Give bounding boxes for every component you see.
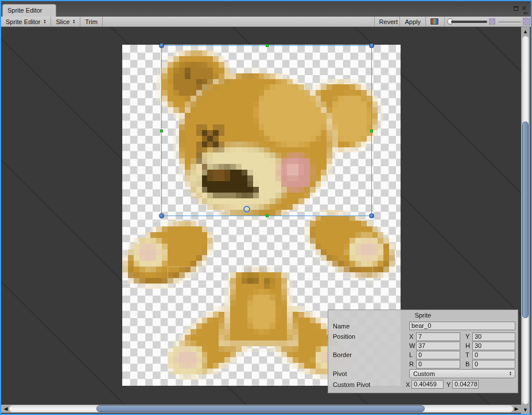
position-y-field[interactable]: 30: [472, 332, 515, 341]
tab-title: Sprite Editor: [7, 7, 42, 14]
y-label: Y: [465, 333, 469, 340]
horizontal-scroll-track[interactable]: [9, 405, 513, 412]
titlebar: Sprite Editor ✕ ▾≡: [1, 1, 531, 17]
zoom-slider-track[interactable]: [451, 21, 487, 23]
rgb-channels-icon: [430, 18, 438, 25]
position-x-field[interactable]: 7: [416, 332, 460, 341]
pane-menu-icon[interactable]: ▾≡: [523, 10, 528, 16]
maximize-icon[interactable]: [514, 6, 518, 11]
sprite-editor-window: Sprite Editor ✕ ▾≡ Sprite Editor ▲▼ Slic…: [0, 0, 532, 415]
tab-sprite-editor[interactable]: Sprite Editor: [2, 4, 56, 17]
sprite-selection-rect[interactable]: [161, 45, 372, 216]
border-l-field[interactable]: 0: [416, 351, 460, 359]
name-field[interactable]: bear_0: [409, 322, 515, 330]
l-label: L: [409, 351, 413, 358]
selection-edge-handle[interactable]: [160, 130, 163, 132]
panel-title: Sprite: [328, 312, 518, 319]
trim-button[interactable]: Trim: [80, 17, 103, 26]
chevron-updown-icon: ▲▼: [72, 19, 75, 24]
vertical-scrollbar[interactable]: ▲ ▼: [521, 27, 530, 414]
h-label: H: [465, 342, 470, 349]
r-label: R: [409, 361, 414, 367]
pivot-dropdown[interactable]: Custom ▲▼: [409, 369, 515, 378]
horizontal-scrollbar[interactable]: ◀ ▶: [1, 405, 521, 413]
pivot-value: Custom: [413, 370, 435, 377]
selection-edge-handle[interactable]: [266, 44, 269, 47]
scroll-up-icon[interactable]: ▲: [521, 28, 530, 36]
trim-label: Trim: [85, 18, 98, 25]
selection-edge-handle[interactable]: [266, 214, 269, 217]
selection-corner-handle[interactable]: [369, 43, 374, 48]
position-h-field[interactable]: 30: [472, 342, 515, 350]
chevron-updown-icon: ▲▼: [509, 371, 512, 375]
border-r-field[interactable]: 0: [416, 360, 460, 369]
selection-corner-handle[interactable]: [369, 213, 374, 218]
custom-pivot-label: Custom Pivot: [333, 381, 370, 388]
apply-button[interactable]: Apply: [399, 17, 425, 26]
custom-pivot-x-label: X: [406, 381, 410, 388]
position-w-field[interactable]: 37: [416, 342, 460, 350]
revert-button[interactable]: Revert: [374, 17, 402, 26]
x-label: X: [409, 333, 413, 340]
chevron-updown-icon: ▲▼: [44, 19, 46, 24]
scroll-down-icon[interactable]: ▼: [521, 406, 530, 414]
mip-texture-small-icon: [489, 18, 495, 25]
selection-corner-handle[interactable]: [159, 213, 164, 218]
vertical-scroll-track[interactable]: [522, 36, 529, 404]
pivot-handle[interactable]: [243, 206, 250, 213]
scroll-left-icon[interactable]: ◀: [2, 405, 10, 413]
zoom-mip-sliders: [444, 17, 531, 26]
border-t-field[interactable]: 0: [472, 351, 515, 359]
vertical-scroll-thumb[interactable]: [522, 122, 529, 318]
w-label: W: [409, 342, 415, 349]
t-label: T: [465, 351, 469, 358]
selection-edge-handle[interactable]: [370, 130, 373, 132]
custom-pivot-y-field[interactable]: 0.04278: [452, 380, 479, 389]
custom-pivot-y-label: Y: [446, 381, 451, 388]
name-label: Name: [333, 323, 350, 330]
sprite-editor-mode-label: Sprite Editor: [6, 18, 41, 25]
sprite-canvas-area: Sprite Name bear_0 Position X 7 Y 30 W 3…: [1, 27, 521, 405]
rgb-alpha-toggle-button[interactable]: [425, 17, 443, 26]
pivot-label: Pivot: [333, 370, 347, 377]
position-label: Position: [333, 333, 355, 340]
sprite-inspector-panel: Sprite Name bear_0 Position X 7 Y 30 W 3…: [328, 310, 518, 393]
border-label: Border: [333, 351, 352, 358]
slice-dropdown[interactable]: Slice ▲▼: [51, 17, 80, 26]
b-label: B: [465, 361, 469, 367]
sprite-editor-mode-dropdown[interactable]: Sprite Editor ▲▼: [1, 17, 51, 26]
custom-pivot-x-field[interactable]: 0.40459: [411, 380, 444, 389]
mip-slider-track[interactable]: [498, 21, 521, 23]
toolbar: Sprite Editor ▲▼ Slice ▲▼ Trim Rev: [1, 17, 531, 27]
scroll-right-icon[interactable]: ▶: [512, 405, 521, 413]
mip-texture-large-icon: [523, 18, 530, 25]
horizontal-scroll-thumb[interactable]: [96, 405, 425, 412]
selection-corner-handle[interactable]: [159, 43, 164, 48]
slice-label: Slice: [56, 18, 69, 25]
border-b-field[interactable]: 0: [472, 360, 515, 369]
